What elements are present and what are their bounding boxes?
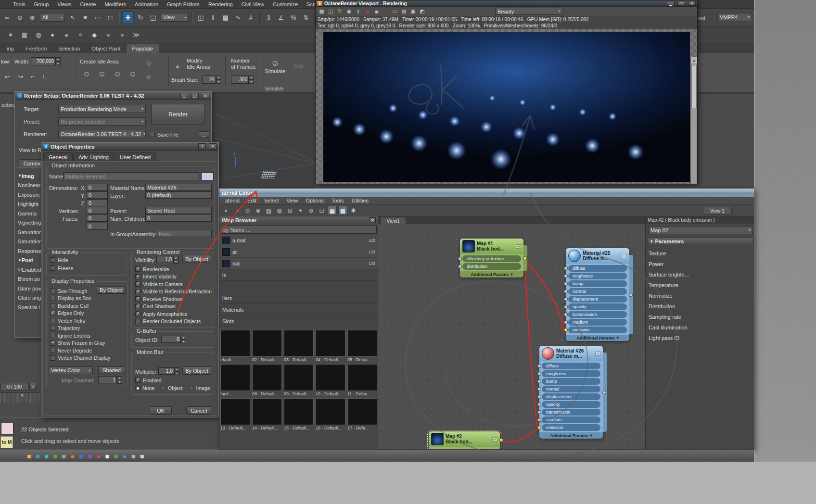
spray-icon[interactable]: ✧ bbox=[75, 29, 86, 40]
slot-thumbnail[interactable] bbox=[284, 398, 314, 425]
taskbar-app-icon[interactable]: ■ bbox=[105, 453, 110, 460]
node-input-row[interactable]: bump bbox=[542, 378, 600, 385]
material-slot[interactable]: fault... bbox=[220, 364, 250, 396]
menu-item[interactable]: Tools bbox=[328, 198, 348, 203]
scrollbar[interactable]: ▲ ▼ bbox=[690, 57, 697, 184]
monitor-icon[interactable]: ▭ bbox=[391, 7, 399, 15]
taskbar-app-icon[interactable]: ● bbox=[70, 453, 75, 460]
node-input-row[interactable]: emission bbox=[568, 327, 627, 333]
simulate-options-icon[interactable] bbox=[291, 60, 305, 72]
next-frame-button[interactable]: > bbox=[29, 383, 37, 391]
material-slot[interactable]: 11 - Defau... bbox=[347, 364, 377, 396]
dimension-y-field[interactable]: 0 bbox=[87, 191, 108, 199]
render-control-checkbox[interactable]: Inherit Visibility bbox=[135, 273, 212, 281]
display-property-checkbox[interactable]: Edges Only bbox=[50, 310, 110, 317]
taskbar-app-icon[interactable]: ■ bbox=[62, 453, 66, 460]
stairs-icon[interactable]: ∟ bbox=[39, 70, 51, 82]
menu-item[interactable]: Edit bbox=[243, 198, 260, 203]
library-item[interactable]: a.mat LIB bbox=[219, 235, 378, 246]
menu-item[interactable]: Customize bbox=[268, 1, 302, 7]
color-swatch[interactable] bbox=[1, 423, 13, 434]
assign-material-icon[interactable]: ⊙ bbox=[243, 206, 252, 215]
slot-thumbnail[interactable] bbox=[220, 398, 250, 425]
additional-params[interactable]: Additional Params bbox=[566, 335, 629, 341]
idle-area-crowd-icon[interactable]: ☺ bbox=[127, 68, 139, 80]
motion-blur-radio[interactable]: Image bbox=[189, 385, 210, 391]
display-property-checkbox[interactable]: Trajectory bbox=[50, 325, 110, 332]
edit-flow-icon[interactable]: ↝ bbox=[14, 70, 26, 82]
background-toggle-icon[interactable]: ▩ bbox=[338, 206, 347, 215]
snap-toggle-icon[interactable]: 3 bbox=[263, 12, 274, 23]
material-picker-icon[interactable]: + bbox=[382, 7, 390, 15]
display-property-checkbox[interactable]: Vertex Ticks bbox=[50, 317, 110, 325]
input-pin[interactable] bbox=[458, 257, 462, 261]
input-pin[interactable] bbox=[458, 265, 462, 268]
parameters-rollout[interactable]: Parameters bbox=[648, 238, 753, 245]
input-pin[interactable] bbox=[537, 395, 541, 399]
idle-area-single-icon[interactable]: ☺ bbox=[81, 68, 92, 80]
taskbar-app-icon[interactable]: ■ bbox=[36, 453, 40, 460]
menu-item[interactable]: View bbox=[283, 198, 302, 203]
render-control-checkbox[interactable]: Receive Shadows bbox=[135, 295, 212, 303]
collapse-icon[interactable] bbox=[595, 352, 600, 356]
node-input-row[interactable]: opacity bbox=[542, 401, 600, 408]
num-children-field[interactable]: 0 bbox=[145, 214, 212, 222]
show-end-result-icon[interactable]: ◍ bbox=[275, 206, 284, 215]
input-pin[interactable] bbox=[564, 266, 568, 270]
ribbon-tab[interactable]: ing bbox=[1, 44, 20, 53]
dimension-x-field[interactable]: 0 bbox=[87, 184, 108, 191]
menu-item[interactable]: Views bbox=[53, 1, 76, 7]
taskbar-app-icon[interactable]: ■ bbox=[79, 453, 83, 460]
name-field[interactable]: Multiple Selected bbox=[64, 172, 199, 180]
copy-to-clipboard-icon[interactable]: ◫ bbox=[327, 7, 335, 15]
select-and-move-icon[interactable]: ✚ bbox=[122, 12, 134, 23]
parent-field[interactable]: Scene Root bbox=[145, 207, 212, 214]
timeline-ruler[interactable] bbox=[0, 392, 41, 403]
node-input-row[interactable]: medium bbox=[542, 416, 600, 423]
node-material-26[interactable]: Material #26Diffuse m... diffuseroughnes… bbox=[539, 346, 603, 439]
octane-render-view[interactable]: ▲ ▼ bbox=[316, 29, 697, 184]
layer-field[interactable]: 0 (default) bbox=[145, 191, 212, 199]
node-input-row[interactable]: diffuse bbox=[568, 265, 627, 272]
window-crossing-icon[interactable]: ◻ bbox=[104, 12, 116, 23]
input-pin[interactable] bbox=[537, 426, 541, 429]
node-material-25[interactable]: Material #25Diffuse m... diffuseroughnes… bbox=[566, 248, 629, 341]
ribbon-tab[interactable]: Selection bbox=[52, 44, 86, 53]
menu-item[interactable]: Rendering bbox=[204, 1, 237, 7]
render-pass-dropdown[interactable]: Beauty bbox=[495, 8, 562, 15]
create-flow-icon[interactable]: ↜ bbox=[2, 70, 13, 82]
input-pin[interactable] bbox=[564, 282, 568, 286]
bind-to-space-warp-icon[interactable]: ⊕ bbox=[26, 12, 38, 23]
mirror-icon[interactable]: ◫ bbox=[195, 12, 206, 23]
next-clip-icon[interactable]: ≫ bbox=[130, 29, 142, 40]
vertices-field[interactable]: 0 bbox=[87, 207, 108, 214]
taskbar-app-icon[interactable]: ● bbox=[97, 453, 101, 460]
material-slot[interactable]: 10 - Default... bbox=[316, 364, 345, 396]
camera-icon[interactable]: ◙ bbox=[372, 7, 381, 15]
dialog-tab[interactable]: General bbox=[43, 152, 73, 161]
modify-idle-areas-icon[interactable] bbox=[171, 60, 184, 72]
node-input-row[interactable]: transmission bbox=[542, 409, 600, 416]
toolbox-icon[interactable]: ✶ bbox=[5, 29, 16, 40]
node-input-row[interactable]: opacity bbox=[568, 303, 627, 310]
input-pin[interactable] bbox=[564, 297, 568, 301]
idle-area-group-icon[interactable]: ☺ bbox=[112, 68, 123, 80]
display-property-checkbox[interactable]: Ignore Extents bbox=[50, 332, 110, 340]
image-settings-icon[interactable]: ▣ bbox=[409, 7, 417, 15]
input-pin[interactable] bbox=[537, 418, 541, 422]
idle-area-pair-icon[interactable]: ☺ bbox=[96, 68, 108, 80]
input-pin[interactable] bbox=[537, 387, 541, 391]
material-slot[interactable]: 02 - Default... bbox=[252, 330, 282, 362]
layout-all-icon[interactable]: ⊞ bbox=[285, 206, 294, 215]
additional-params[interactable]: Additional Params bbox=[460, 271, 523, 277]
pause-render-icon[interactable]: ‖ bbox=[354, 7, 362, 15]
taskbar-app-icon[interactable]: ■ bbox=[131, 453, 136, 460]
close-icon[interactable] bbox=[369, 217, 376, 223]
node-input-row[interactable]: transmission bbox=[568, 311, 627, 318]
material-slot[interactable]: 17 - Defa... bbox=[347, 398, 377, 430]
vertex-color-dropdown[interactable]: Vertex Color bbox=[49, 366, 93, 374]
menu-item[interactable]: Animation bbox=[130, 1, 163, 7]
zoom-region-icon[interactable]: ⊡ bbox=[317, 206, 326, 215]
preset-dropdown[interactable]: No preset selected bbox=[58, 117, 146, 126]
viewport-label[interactable]: ective bbox=[1, 102, 15, 108]
